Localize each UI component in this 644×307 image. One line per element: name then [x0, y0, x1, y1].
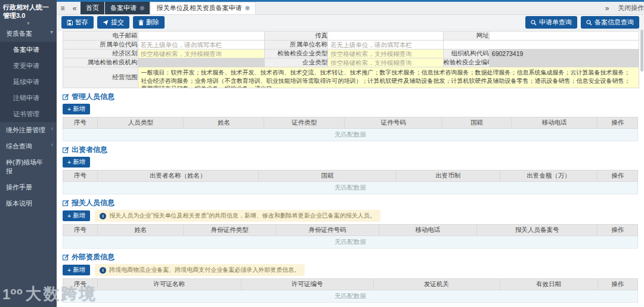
submit-button[interactable]: 提交	[97, 16, 129, 29]
sidebar-item-zhuxiao-shenqing[interactable]: 注销申请	[0, 90, 57, 106]
sidebar-item-zhengshu-guanli[interactable]: 证书管理	[0, 106, 57, 122]
declarants-note: i报关人员为企业“报关单位及相关资质”的共用信息，新增、修改和删除将更新企业已备…	[95, 210, 380, 222]
sidebar-item-yangzhichang-nianbao[interactable]: 种(养)殖场年报	[0, 154, 57, 179]
delete-label: 删除	[146, 18, 159, 27]
sidebar-item-beian-shenqing[interactable]: 备案申请	[0, 42, 57, 58]
scroll-tabs-right-icon[interactable]: »	[601, 4, 613, 13]
section-investors: 出资者信息 +新增 序号 出资者名称（姓名） 国籍 出资币制 出资金额（万） 操…	[63, 145, 638, 194]
section-declarants: 报关人员信息 +新增 i报关人员为企业“报关单位及相关资质”的共用信息，新增、修…	[63, 198, 638, 249]
section-title: 报关人员信息	[72, 198, 114, 208]
col-header: 报关人员备案号	[477, 225, 597, 236]
submit-label: 提交	[111, 18, 124, 27]
col-header: 身份证件号码	[275, 225, 379, 236]
sidebar-item-zonghe-chaxun[interactable]: 综合查询 ‹	[0, 138, 57, 154]
enterprise-type-label: 企业类型	[265, 58, 328, 67]
unit-code-label: 所属单位代码	[63, 41, 138, 49]
sidebar-item-label: 注销申请	[13, 94, 39, 101]
search-icon	[586, 20, 592, 26]
add-investor-button[interactable]: +新增	[63, 157, 90, 168]
ciq-type-label: 检验检疫企业类型	[265, 49, 328, 58]
ciq-code-field	[490, 58, 639, 67]
no-data-row: 无匹配数据	[63, 129, 638, 141]
fax-field[interactable]	[328, 32, 442, 40]
economic-zone-field[interactable]	[138, 49, 265, 58]
chevron-down-icon: ▾	[50, 29, 53, 35]
sidebar-item-label: 版本说明	[6, 200, 32, 207]
col-header: 出资者名称（姓名）	[97, 170, 258, 182]
vertical-scrollbar[interactable]	[640, 30, 643, 72]
search-icon	[531, 20, 537, 26]
save-draft-button[interactable]: 暂存	[61, 16, 94, 29]
org-code-label: 组织机构代码	[443, 49, 489, 58]
tab-label: 备案申请	[110, 4, 137, 13]
website-field[interactable]	[490, 32, 639, 40]
col-header: 操作	[597, 279, 638, 290]
save-label: 暂存	[75, 18, 88, 27]
collapse-sidebar-icon[interactable]: «	[69, 2, 80, 14]
note-text: 跨境电商物流企业备案、跨境电商支付企业备案必须录入外部资质信息。	[109, 266, 300, 274]
col-header: 出资金额（万）	[500, 170, 597, 182]
app-window: 行政相对人统一管理3.0 ▾ 资质备案 ▾ 备案申请 变更申请 延续申请 注销申…	[0, 0, 644, 307]
tab-label: 首页	[86, 4, 99, 13]
chevron-left-icon: ‹	[51, 141, 53, 148]
sidebar-item-label: 变更申请	[13, 62, 39, 69]
record-info-query-button[interactable]: 备案信息查询	[581, 16, 639, 29]
sidebar: 行政相对人统一管理3.0 ▾ 资质备案 ▾ 备案申请 变更申请 延续申请 注销申…	[0, 0, 57, 307]
sidebar-item-banben-shuoming[interactable]: 版本说明	[0, 196, 57, 212]
sidebar-item-biangeng-shenqing[interactable]: 变更申请	[0, 58, 57, 74]
app-title: 行政相对人统一管理3.0	[0, 0, 57, 21]
sidebar-item-label: 延续申请	[13, 78, 39, 85]
sidebar-item-yanxu-shenqing[interactable]: 延续申请	[0, 74, 57, 90]
close-operations-dropdown[interactable]: 关闭操作	[618, 4, 644, 13]
info-icon: i	[100, 267, 106, 274]
tab-beian-shenqing[interactable]: 备案申请 ⊗	[105, 2, 150, 14]
sidebar-item-label: 种(养)殖场年报	[6, 159, 43, 175]
hamburger-menu-icon[interactable]: ≡	[57, 2, 69, 14]
tabbar-right-controls: » 关闭操作	[601, 2, 644, 14]
sidebar-item-caozuo-shouce[interactable]: 操作手册	[0, 179, 57, 196]
paper-plane-icon	[103, 20, 109, 26]
section-title: 出资者信息	[72, 145, 107, 155]
chevron-left-icon: ‹	[51, 125, 53, 132]
investors-table: 序号 出资者名称（姓名） 国籍 出资币制 出资金额（万） 操作 无匹配数据	[63, 170, 638, 194]
application-query-button[interactable]: 申请单查询	[525, 16, 577, 29]
ciq-code-label: 检验检疫企业编码	[443, 58, 489, 67]
title-chevron-down-icon: ▾	[0, 21, 57, 26]
toolbar: 暂存 提交 删除 申请单查询 备案信息查询	[57, 15, 644, 30]
record-info-query-label: 备案信息查询	[595, 18, 634, 27]
delete-button[interactable]: 删除	[133, 16, 165, 29]
edit-section-icon	[63, 147, 69, 153]
add-manager-button[interactable]: +新增	[63, 104, 90, 114]
add-license-button[interactable]: +新增	[63, 265, 90, 275]
section-title-row: 出资者信息	[63, 145, 638, 155]
close-icon[interactable]: ⊗	[244, 5, 249, 11]
add-declarant-button[interactable]: +新增	[63, 210, 90, 221]
edit-section-icon	[63, 254, 69, 261]
email-field[interactable]	[138, 32, 265, 40]
business-scope-field[interactable]: 一般项目：软件开发；技术服务、技术开发、技术咨询、技术交流、技术转让、技术推广；…	[138, 67, 639, 88]
col-header: 许可证名称	[97, 279, 241, 290]
enterprise-type-field[interactable]	[328, 58, 442, 67]
tab-home[interactable]: 首页	[80, 2, 104, 14]
sidebar-item-jingwai-zhuce[interactable]: 境外注册管理 ‹	[0, 122, 57, 138]
economic-zone-label: 经济区划	[63, 49, 138, 58]
website-label: 网址	[443, 32, 489, 41]
section-licenses: 外部资质信息 +新增 i跨境电商物流企业备案、跨境电商支付企业备案必须录入外部资…	[63, 252, 638, 303]
col-header: 操作	[597, 170, 638, 182]
empty-cell	[443, 41, 639, 49]
col-header: 序号	[63, 279, 98, 290]
tab-baoguan-danwei-active[interactable]: 报关单位及相关资质备案申请 ⊗	[150, 2, 255, 14]
col-header: 序号	[63, 117, 98, 129]
plus-icon: +	[67, 212, 71, 219]
close-icon[interactable]: ⊗	[140, 5, 144, 11]
unit-name-field[interactable]	[328, 41, 442, 49]
sidebar-group-zizhibeian[interactable]: 资质备案 ▾	[0, 26, 57, 42]
ciq-type-field[interactable]	[328, 49, 442, 58]
col-header: 发证机关	[373, 279, 500, 290]
sidebar-item-label: 综合查询	[6, 142, 32, 150]
col-header: 移动电话	[379, 225, 477, 236]
unit-code-field[interactable]	[138, 41, 265, 49]
local-ciq-label: 属地检验检疫机构	[63, 58, 138, 67]
section-managers: 管理人员信息 +新增 序号 人员类型 姓名 证件类型 证件号码 国籍 移动电话	[63, 92, 638, 141]
edit-section-icon	[63, 200, 69, 206]
